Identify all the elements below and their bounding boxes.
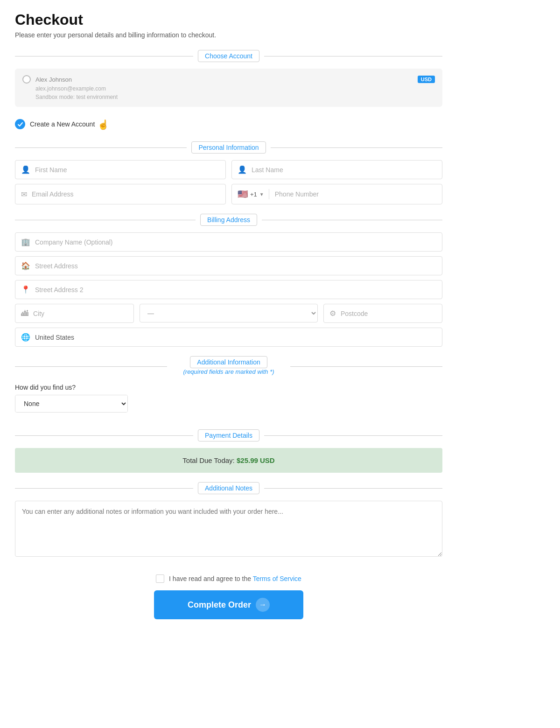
account-radio[interactable] (22, 75, 31, 84)
account-sub2: Sandbox mode: test environment (22, 94, 435, 100)
account-sub1: alex.johnson@example.com (22, 85, 435, 92)
street2-placeholder: Street Address 2 (35, 286, 84, 294)
additional-notes-divider: Additional Notes (15, 482, 442, 494)
name-row: 👤 First Name 👤 Last Name (15, 160, 442, 179)
divider-line-right (264, 56, 442, 56)
state-field[interactable]: — (140, 304, 318, 323)
city-icon: 🏙 (21, 309, 28, 318)
phone-prefix-text: +1 (250, 191, 257, 198)
additional-info-divider: Additional Information (required fields … (15, 356, 442, 377)
location-icon: 📍 (21, 285, 30, 294)
street1-field[interactable]: 🏠 Street Address (15, 256, 442, 275)
email-placeholder: Email Address (32, 190, 73, 198)
additional-info-label: Additional Information (190, 356, 267, 368)
street1-row: 🏠 Street Address (15, 256, 442, 275)
divider-line-left6 (15, 488, 193, 489)
arrow-icon: → (256, 598, 270, 612)
notes-textarea[interactable] (15, 501, 442, 557)
first-name-placeholder: First Name (35, 166, 67, 174)
divider-line-left2 (15, 147, 187, 148)
page-title: Checkout (15, 11, 442, 28)
total-due-box: Total Due Today: $25.99 USD (15, 448, 442, 473)
phone-placeholder: Phone Number (275, 190, 319, 198)
create-account-check (15, 119, 25, 129)
company-field[interactable]: 🏢 Company Name (Optional) (15, 232, 442, 252)
existing-account-card[interactable]: Alex Johnson USD alex.johnson@example.co… (15, 69, 442, 107)
building-icon: 🏢 (21, 238, 30, 246)
billing-address-label: Billing Address (200, 214, 257, 226)
city-field[interactable]: 🏙 City (15, 304, 134, 323)
first-name-field[interactable]: 👤 First Name (15, 160, 226, 179)
divider-line-right2 (271, 147, 442, 148)
terms-text-prefix: I have read and agree to the (169, 575, 253, 582)
postcode-icon: ⚙ (329, 309, 336, 318)
total-amount: $25.99 USD (237, 456, 275, 464)
city-state-post-row: 🏙 City — ⚙ Postcode (15, 304, 442, 323)
create-account-label: Create a New Account (30, 120, 95, 128)
how-find-us-select-wrap: None Google Social Media Referral Other (15, 395, 128, 413)
person-icon2: 👤 (238, 165, 247, 174)
address-icon: 🏠 (21, 261, 30, 270)
payment-details-divider: Payment Details (15, 429, 442, 441)
billing-address-divider: Billing Address (15, 214, 442, 226)
account-row: Alex Johnson USD (22, 75, 435, 84)
payment-details-label: Payment Details (198, 429, 259, 441)
total-due-label: Total Due Today: (182, 456, 234, 464)
complete-order-label: Complete Order (188, 600, 251, 610)
create-account-row[interactable]: Create a New Account ☝ (15, 113, 442, 132)
chevron-down-icon: ▼ (259, 192, 264, 197)
company-row: 🏢 Company Name (Optional) (15, 232, 442, 252)
state-select[interactable]: — (140, 304, 318, 322)
phone-field[interactable]: 🇺🇸 +1 ▼ Phone Number (231, 184, 442, 204)
usd-badge: USD (418, 76, 435, 83)
additional-notes-label: Additional Notes (198, 482, 259, 494)
city-placeholder: City (33, 310, 44, 317)
divider-line-left5 (15, 435, 193, 436)
terms-row: I have read and agree to the Terms of Se… (15, 574, 442, 583)
how-find-us-label: How did you find us? (15, 384, 442, 391)
personal-info-divider: Personal Information (15, 141, 442, 154)
last-name-field[interactable]: 👤 Last Name (231, 160, 442, 179)
street1-placeholder: Street Address (35, 262, 78, 270)
last-name-placeholder: Last Name (252, 166, 283, 174)
required-fields-note: (required fields are marked with *) (176, 368, 280, 377)
person-icon: 👤 (21, 165, 30, 174)
divider-line-left (15, 56, 193, 56)
page-subtitle: Please enter your personal details and b… (15, 31, 442, 39)
company-placeholder: Company Name (Optional) (35, 238, 113, 246)
country-value: United States (35, 334, 74, 341)
choose-account-label: Choose Account (198, 50, 259, 62)
divider-line-left4 (15, 366, 167, 367)
terms-text: I have read and agree to the Terms of Se… (169, 575, 301, 582)
globe-icon: 🌐 (21, 333, 30, 342)
country-field[interactable]: 🌐 United States (15, 328, 442, 347)
street2-field[interactable]: 📍 Street Address 2 (15, 280, 442, 299)
choose-account-divider: Choose Account (15, 50, 442, 62)
divider-line-right3 (262, 220, 442, 220)
phone-prefix-group[interactable]: 🇺🇸 +1 ▼ (238, 189, 269, 199)
divider-line-right5 (264, 435, 442, 436)
divider-line-right4 (290, 366, 442, 367)
terms-checkbox[interactable] (156, 574, 164, 583)
how-find-us-select[interactable]: None Google Social Media Referral Other (15, 395, 127, 412)
email-phone-row: ✉ Email Address 🇺🇸 +1 ▼ Phone Number (15, 184, 442, 204)
postcode-field[interactable]: ⚙ Postcode (323, 304, 442, 323)
flag-icon: 🇺🇸 (238, 189, 248, 199)
postcode-placeholder: Postcode (341, 310, 368, 317)
street2-row: 📍 Street Address 2 (15, 280, 442, 299)
personal-info-label: Personal Information (191, 141, 266, 154)
complete-order-button[interactable]: Complete Order → (154, 590, 303, 619)
account-name: Alex Johnson (35, 76, 413, 83)
email-field[interactable]: ✉ Email Address (15, 184, 226, 204)
email-icon: ✉ (21, 190, 27, 199)
cursor-icon: ☝ (98, 119, 109, 130)
terms-of-service-link[interactable]: Terms of Service (253, 575, 301, 582)
divider-line-right6 (264, 488, 442, 489)
country-row: 🌐 United States (15, 328, 442, 347)
divider-line-left3 (15, 220, 196, 220)
